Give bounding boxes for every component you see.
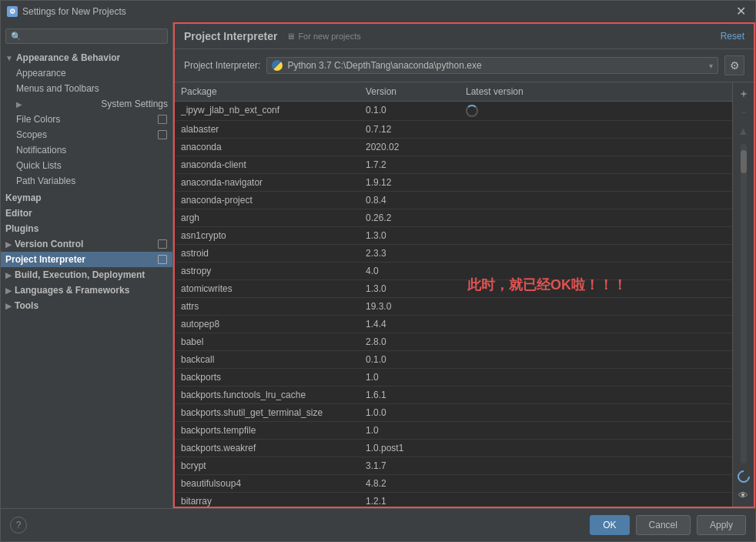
sidebar-group-appearance-behavior[interactable]: ▼ Appearance & Behavior	[1, 50, 172, 65]
table-row[interactable]: astroid 2.3.3	[175, 245, 732, 263]
package-name: bitarray	[175, 493, 360, 507]
remove-package-button[interactable]: －	[735, 104, 752, 121]
reset-button[interactable]: Reset	[721, 31, 744, 42]
sidebar-item-plugins[interactable]: Plugins	[1, 221, 172, 236]
table-row[interactable]: atomicwrites 1.3.0 此时，就已经OK啦！！！	[175, 280, 732, 298]
eye-button[interactable]: 👁	[735, 487, 752, 504]
add-package-button[interactable]: ＋	[735, 85, 752, 102]
package-version: 0.1.0	[360, 102, 460, 120]
refresh-button[interactable]	[735, 468, 752, 485]
sidebar-section-appearance-behavior: ▼ Appearance & Behavior Appearance Menus…	[1, 50, 172, 189]
table-row[interactable]: attrs 19.3.0	[175, 298, 732, 316]
badge-icon	[157, 114, 168, 125]
sidebar-item-appearance[interactable]: Appearance	[1, 65, 172, 81]
table-row[interactable]: bitarray 1.2.1	[175, 493, 732, 507]
table-row[interactable]: autopep8 1.4.4	[175, 316, 732, 333]
cancel-button[interactable]: Cancel	[636, 515, 691, 535]
package-version: 2.3.3	[360, 245, 460, 262]
table-row[interactable]: backports 1.0	[175, 369, 732, 386]
close-button[interactable]: ✕	[733, 4, 749, 19]
package-latest	[460, 209, 732, 226]
sidebar: 🔍 ▼ Appearance & Behavior Appearance Men…	[1, 22, 173, 508]
package-version: 4.8.2	[360, 475, 460, 492]
table-body: _ipyw_jlab_nb_ext_conf 0.1.0 alabaster 0…	[175, 102, 732, 507]
package-latest	[460, 457, 732, 474]
package-version: 3.1.7	[360, 457, 460, 474]
package-version: 1.0	[360, 369, 460, 386]
settings-dialog: ⚙ Settings for New Projects ✕ 🔍 ▼ Appear…	[0, 0, 756, 542]
table-row[interactable]: babel 2.8.0	[175, 333, 732, 351]
table-row[interactable]: bcrypt 3.1.7	[175, 457, 732, 475]
expand-arrow-icon: ▶	[5, 271, 12, 279]
package-name: argh	[175, 209, 360, 226]
sidebar-item-system-settings[interactable]: ▶ System Settings	[1, 96, 172, 112]
table-row[interactable]: backcall 0.1.0	[175, 351, 732, 369]
app-icon: ⚙	[7, 6, 18, 17]
search-icon: 🔍	[11, 32, 22, 42]
search-input[interactable]	[25, 31, 162, 42]
eye-icon: 👁	[738, 490, 748, 501]
package-latest	[460, 386, 732, 403]
help-button[interactable]: ?	[10, 517, 27, 534]
main-content: Project Interpreter 🖥 For new projects R…	[173, 22, 755, 508]
sidebar-item-notifications[interactable]: Notifications	[1, 142, 172, 158]
gear-settings-button[interactable]: ⚙	[724, 55, 744, 75]
table-row[interactable]: anaconda-client 1.7.2	[175, 156, 732, 174]
package-version: 1.4.4	[360, 316, 460, 333]
table-row[interactable]: _ipyw_jlab_nb_ext_conf 0.1.0	[175, 102, 732, 121]
table-row[interactable]: backports.shutil_get_terminal_size 1.0.0	[175, 404, 732, 422]
badge-icon	[157, 239, 168, 249]
sidebar-item-file-colors[interactable]: File Colors	[1, 112, 172, 127]
apply-button[interactable]: Apply	[697, 515, 746, 535]
sidebar-item-path-variables[interactable]: Path Variables	[1, 173, 172, 189]
package-latest	[460, 174, 732, 191]
sidebar-item-scopes[interactable]: Scopes	[1, 127, 172, 142]
package-name: beautifulsoup4	[175, 475, 360, 492]
table-row[interactable]: anaconda 2020.02	[175, 139, 732, 156]
package-latest	[460, 121, 732, 138]
package-version: 1.7.2	[360, 156, 460, 173]
package-version: 4.0	[360, 263, 460, 279]
search-box[interactable]: 🔍	[5, 28, 168, 44]
header-left: Project Interpreter 🖥 For new projects	[184, 30, 361, 42]
table-row[interactable]: argh 0.26.2	[175, 209, 732, 227]
sidebar-item-keymap[interactable]: Keymap	[1, 190, 172, 206]
col-header-version: Version	[360, 82, 460, 101]
expand-arrow-icon: ▼	[5, 54, 13, 62]
package-latest	[460, 192, 732, 209]
package-latest	[460, 102, 732, 120]
package-latest	[460, 440, 732, 457]
table-row[interactable]: asn1crypto 1.3.0	[175, 227, 732, 245]
scroll-thumb	[741, 150, 747, 173]
scrollbar-track	[733, 144, 754, 463]
table-row[interactable]: backports.weakref 1.0.post1	[175, 440, 732, 457]
table-row[interactable]: anaconda-navigator 1.9.12	[175, 174, 732, 192]
expand-arrow-icon: ▶	[16, 100, 22, 109]
sidebar-item-quick-lists[interactable]: Quick Lists	[1, 158, 172, 173]
sidebar-item-menus-toolbars[interactable]: Menus and Toolbars	[1, 81, 172, 96]
package-name: bcrypt	[175, 457, 360, 474]
sidebar-item-editor[interactable]: Editor	[1, 206, 172, 221]
table-row[interactable]: backports.functools_lru_cache 1.6.1	[175, 386, 732, 404]
footer-left: ?	[10, 517, 27, 534]
package-version: 0.1.0	[360, 351, 460, 368]
sidebar-item-project-interpreter[interactable]: Project Interpreter	[1, 252, 172, 267]
title-bar-left: ⚙ Settings for New Projects	[7, 6, 126, 17]
table-row[interactable]: backports.tempfile 1.0	[175, 422, 732, 440]
table-row[interactable]: anaconda-project 0.8.4	[175, 192, 732, 209]
table-row[interactable]: astropy 4.0	[175, 263, 732, 280]
package-version: 0.7.12	[360, 121, 460, 138]
minus-icon: －	[738, 105, 749, 119]
package-name: astropy	[175, 263, 360, 279]
table-row[interactable]: alabaster 0.7.12	[175, 121, 732, 139]
sidebar-item-build-execution[interactable]: ▶ Build, Execution, Deployment	[1, 267, 172, 283]
sidebar-item-version-control[interactable]: ▶ Version Control	[1, 236, 172, 252]
sidebar-item-tools[interactable]: ▶ Tools	[1, 298, 172, 313]
table-row[interactable]: beautifulsoup4 4.8.2	[175, 475, 732, 493]
package-version: 0.8.4	[360, 192, 460, 209]
scroll-up-button[interactable]: ▲	[735, 122, 752, 139]
package-latest	[460, 139, 732, 156]
sidebar-item-languages[interactable]: ▶ Languages & Frameworks	[1, 283, 172, 298]
interpreter-select-dropdown[interactable]: Python 3.7 C:\DepthTang\anaconda\python.…	[266, 57, 718, 74]
ok-button[interactable]: OK	[590, 515, 629, 535]
